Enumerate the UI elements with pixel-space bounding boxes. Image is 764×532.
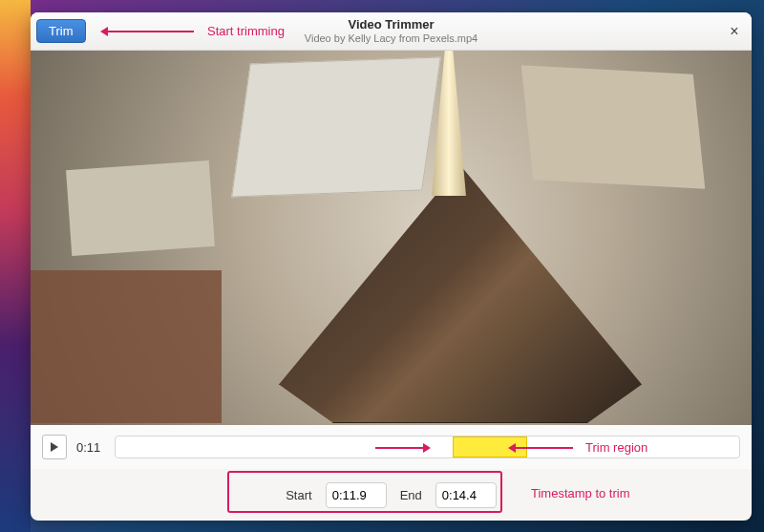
video-preview xyxy=(31,51,752,425)
trim-button[interactable]: Trim xyxy=(36,19,86,43)
annotation-arrow-region-right xyxy=(516,447,573,449)
play-icon xyxy=(51,442,58,452)
timestamp-row: Start End xyxy=(31,469,752,521)
current-timecode: 0:11 xyxy=(76,440,105,455)
end-time-input[interactable] xyxy=(435,482,497,508)
window-title-block: Video Trimmer Video by Kelly Lacy from P… xyxy=(305,18,478,43)
window-subtitle: Video by Kelly Lacy from Pexels.mp4 xyxy=(305,32,478,44)
annotation-arrow-trim xyxy=(108,31,194,32)
video-trimmer-window: Trim Video Trimmer Video by Kelly Lacy f… xyxy=(31,12,752,521)
close-button[interactable]: × xyxy=(723,20,746,43)
start-label: Start xyxy=(286,488,311,502)
start-time-input[interactable] xyxy=(326,482,387,508)
end-label: End xyxy=(400,488,422,502)
play-button[interactable] xyxy=(42,435,67,459)
desktop-wallpaper-edge xyxy=(0,0,31,532)
annotation-arrow-region-left xyxy=(375,447,423,449)
window-title: Video Trimmer xyxy=(305,18,478,32)
